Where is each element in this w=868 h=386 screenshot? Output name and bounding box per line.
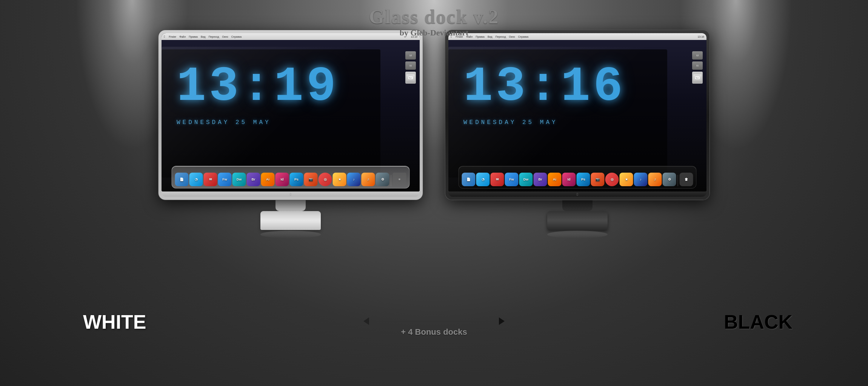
- menubar-clock-black: 13:16: [697, 35, 704, 38]
- monitor-bottom-black: : [448, 191, 706, 197]
- photo-icon-b: 📷: [596, 178, 600, 181]
- clock-date-black: WEDNESDAY 25 MAY: [463, 119, 676, 126]
- monitor-bottom-white: : [162, 191, 420, 197]
- drive-body-black: Eject: [693, 74, 702, 81]
- menu-finder: Finder: [169, 35, 176, 38]
- menu-help-b: Справка: [518, 35, 528, 38]
- sidebar-white: 12 11 Eject: [405, 51, 416, 84]
- dock-icon-ai-black[interactable]: Ai: [548, 173, 562, 186]
- dock-icon-guitar-white[interactable]: ♬: [362, 173, 375, 186]
- dock-icon-photo-white[interactable]: 📷: [304, 173, 318, 186]
- drive-body-white: Eject: [406, 74, 415, 81]
- guitar-icon-b: ♬: [654, 178, 656, 181]
- dock-icon-safari-black[interactable]: ◔: [476, 173, 490, 186]
- menu-view: Вид: [201, 35, 206, 38]
- arrow-container: [359, 321, 509, 322]
- dock-icon-fw-black[interactable]: Fw: [505, 173, 519, 186]
- label-white: WHITE: [83, 311, 146, 333]
- ps-icon: Ps: [294, 178, 299, 181]
- dock-icon-guitar-black[interactable]: ♬: [648, 173, 662, 186]
- monitor-frame-black:  Finder Файл Правка Вид Переход Окно Сп…: [445, 30, 709, 200]
- arrow-line: [368, 321, 500, 322]
- stand-reflection-white: [260, 231, 321, 238]
- dock-icon-trash-black[interactable]: 🗑: [680, 173, 693, 186]
- monitors-container:  Finder Файл Правка Вид Переход Окно Сп…: [0, 30, 868, 238]
- dock-icon-dvd-white[interactable]: ◎: [319, 173, 332, 186]
- gear-icon: ⚙: [381, 178, 384, 181]
- fw-icon-b: Fw: [509, 178, 514, 181]
- dvd-icon-b: ◎: [611, 178, 614, 181]
- dock-icon-safari-white[interactable]: ◔: [189, 173, 203, 186]
- dock-icon-photo-black[interactable]: 📷: [591, 173, 605, 186]
- id-icon: Id: [281, 178, 284, 181]
- dvd-icon: ◎: [324, 178, 327, 181]
- dock-icon-stack-white[interactable]: ≡: [393, 173, 406, 186]
- page-title: Glass dock v.2: [369, 6, 499, 28]
- dock-icon-gear-black[interactable]: ⚙: [663, 173, 676, 186]
- dock-icon-dvd-black[interactable]: ◎: [605, 173, 619, 186]
- safari-icon: ◔: [195, 178, 198, 181]
- apple-icon-white: : [290, 192, 291, 196]
- stand-reflection-black: [547, 231, 608, 238]
- dock-black: 📄 ◔ ✉ Fw Dw: [459, 166, 697, 188]
- itunes-icon: ♪: [353, 178, 355, 181]
- ai-icon: Ai: [266, 178, 269, 181]
- monitor-inner-black:  Finder Файл Правка Вид Переход Окно Сп…: [448, 33, 706, 197]
- dock-icon-itunes-white[interactable]: ♪: [347, 173, 361, 186]
- dock-icon-br-white[interactable]: Br: [247, 173, 260, 186]
- mail-icon: ✉: [209, 178, 212, 181]
- dw-icon: Dw: [237, 178, 242, 181]
- menubar-right-black: 13:16: [697, 35, 704, 38]
- screen-white:  Finder Файл Правка Вид Переход Окно Сп…: [162, 33, 420, 191]
- itunes-icon-b: ♪: [640, 178, 642, 181]
- dock-white: 📄 ◔ ✉ Fw Dw: [172, 166, 410, 188]
- dock-icon-id-white[interactable]: Id: [275, 173, 289, 186]
- br-icon-b: Br: [538, 178, 542, 181]
- mail-icon-b: ✉: [496, 178, 499, 181]
- screen-black:  Finder Файл Правка Вид Переход Окно Сп…: [448, 33, 706, 191]
- apple-icon-black: : [577, 192, 578, 196]
- dock-icon-ps-black[interactable]: Ps: [577, 173, 590, 186]
- monitor-frame-white:  Finder Файл Правка Вид Переход Окно Сп…: [159, 30, 423, 200]
- stand-white: [260, 200, 321, 238]
- star-icon: ★: [338, 178, 341, 181]
- monitor-black:  Finder Файл Правка Вид Переход Окно Сп…: [445, 30, 709, 238]
- dock-icon-dw-white[interactable]: Dw: [232, 173, 246, 186]
- dock-icon-itunes-black[interactable]: ♪: [634, 173, 648, 186]
- dock-icon-id-black[interactable]: Id: [562, 173, 576, 186]
- guitar-icon: ♬: [367, 178, 369, 181]
- clock-date-white: WEDNESDAY 25 MAY: [177, 119, 389, 126]
- stand-base-white: [260, 211, 321, 230]
- sidebar-icon-1: 12: [405, 51, 416, 60]
- br-icon: Br: [251, 178, 255, 181]
- id-icon-b: Id: [568, 178, 571, 181]
- finder-icon-b: 📄: [466, 178, 471, 181]
- star-icon-b: ★: [625, 178, 628, 181]
- drive-label-black: Eject: [695, 77, 700, 79]
- dock-icon-dw-black[interactable]: Dw: [519, 173, 533, 186]
- menu-help: Справка: [231, 35, 242, 38]
- dock-icon-star-white[interactable]: ★: [333, 173, 346, 186]
- dock-icon-gear-white[interactable]: ⚙: [376, 173, 389, 186]
- sidebar-drive-black: Eject: [692, 72, 703, 84]
- ps-icon-b: Ps: [581, 178, 585, 181]
- sidebar-icon-b2: 11: [692, 61, 703, 70]
- arrow-left-head: [363, 317, 369, 325]
- dock-icon-br-black[interactable]: Br: [534, 173, 547, 186]
- clock-time-white: 13:19: [177, 63, 389, 112]
- dock-icon-finder-black[interactable]: 📄: [462, 173, 476, 186]
- dock-icon-fw-white[interactable]: Fw: [218, 173, 232, 186]
- dock-icon-ai-white[interactable]: Ai: [261, 173, 275, 186]
- fw-icon: Fw: [222, 178, 227, 181]
- page-subtitle: by Gleb-Deviantart: [369, 28, 499, 38]
- dock-icon-mail-white[interactable]: ✉: [204, 173, 217, 186]
- dock-icon-ps-white[interactable]: Ps: [290, 173, 303, 186]
- dock-icon-mail-black[interactable]: ✉: [491, 173, 504, 186]
- monitor-white:  Finder Файл Правка Вид Переход Окно Сп…: [159, 30, 423, 238]
- dock-separator-white: [391, 175, 391, 186]
- sidebar-icon-b1: 12: [692, 51, 703, 60]
- dock-icon-star-black[interactable]: ★: [620, 173, 633, 186]
- finder-icon: 📄: [180, 178, 184, 181]
- dock-icon-finder-white[interactable]: 📄: [175, 173, 189, 186]
- menu-file: Файл: [179, 35, 186, 38]
